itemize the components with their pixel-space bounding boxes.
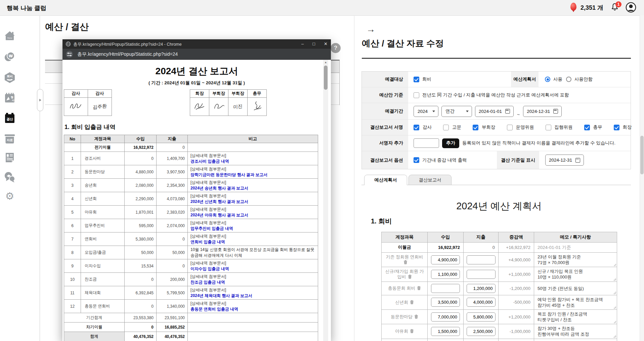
page-scrollbar-thumb[interactable] bbox=[640, 136, 644, 174]
trash-icon[interactable] bbox=[414, 314, 418, 319]
income-input-5[interactable] bbox=[431, 312, 460, 322]
signer-name-input[interactable] bbox=[414, 138, 439, 148]
table-row: 12총동문 연회비01,340,000[상세내역 첨부문서]총동문 연회비 입출… bbox=[64, 300, 318, 313]
income-input-4[interactable] bbox=[431, 298, 460, 307]
tab-budget-plan[interactable]: 예산계획서 bbox=[364, 175, 407, 185]
resize-handle-icon[interactable] bbox=[613, 320, 616, 323]
sidebar-item-data-archive-icon[interactable]: 자료 bbox=[3, 132, 16, 145]
attachment-link[interactable]: 이자수입 입출금 내역 bbox=[190, 266, 229, 271]
memo-textarea[interactable]: 참가 30명 + 찬조등 진행여부에 따라 금액 조정 bbox=[534, 324, 617, 339]
date-from-input[interactable]: 2024-01-01 bbox=[475, 106, 514, 117]
attachment-link[interactable]: 2024년 신년회 행사 결과 보고서 bbox=[190, 199, 248, 204]
resize-handle-icon[interactable] bbox=[613, 278, 616, 281]
memo-textarea[interactable]: 예약 인원 참가비 + 목표 찬조금액 참가비 45명 + 찬조 bbox=[534, 295, 617, 309]
attachment-link[interactable]: 연회비 입출금 내역 bbox=[190, 239, 225, 245]
attachment-link[interactable]: 2024년 야유회 행사 결과 보고서 bbox=[190, 212, 248, 218]
calendar-icon bbox=[575, 158, 580, 163]
sign-option-checkbox-4[interactable] bbox=[546, 125, 551, 130]
memo-textarea[interactable]: 23년 이월 정회원 기준 71명 × 70,000원 bbox=[534, 253, 617, 267]
memo-textarea[interactable]: 목표 참가 인원 / 찬조금액 티켓구입비 / 찬조 bbox=[534, 309, 617, 324]
popup-url[interactable]: 총무.kr/agency/Html/Popup/Statistic.php?si… bbox=[77, 51, 178, 57]
memo-textarea[interactable] bbox=[534, 339, 617, 341]
expense-input-2[interactable] bbox=[467, 270, 496, 279]
trash-icon[interactable] bbox=[408, 274, 412, 279]
attachment-link[interactable]: 업무추진비 입출금 내역 bbox=[190, 226, 233, 231]
target-checkbox[interactable] bbox=[414, 77, 419, 82]
help-button[interactable]: ? bbox=[331, 43, 341, 53]
sidebar-item-home-icon[interactable]: Home bbox=[3, 30, 16, 42]
year-select[interactable]: 2024 bbox=[414, 106, 438, 117]
resize-handle-icon[interactable] bbox=[613, 263, 616, 266]
memo-textarea[interactable]: 신규 / 재가입 목표 인원 10명 × 110,000원 bbox=[534, 267, 617, 282]
income-input-3[interactable] bbox=[431, 284, 460, 293]
cycle-select[interactable]: 연간 bbox=[441, 106, 472, 117]
plan-use-radio[interactable] bbox=[545, 77, 550, 82]
popup-scrollbar-thumb[interactable] bbox=[324, 66, 328, 90]
resize-handle-icon[interactable] bbox=[613, 306, 616, 309]
sign-option-checkbox-5[interactable] bbox=[584, 125, 590, 130]
attachment-link[interactable]: 경조사비 입출금 내역 bbox=[190, 159, 229, 164]
collapse-panel-arrow[interactable]: → bbox=[366, 25, 375, 34]
scroll-up-arrow-icon[interactable]: ▲ bbox=[323, 60, 328, 65]
resize-handle-icon[interactable] bbox=[613, 291, 616, 294]
member-count: 2,351 개 bbox=[581, 4, 603, 12]
trash-icon[interactable] bbox=[410, 329, 414, 333]
attachment-link[interactable]: 장학기금마련 동문한마당 행사 결과 보고서 bbox=[190, 172, 267, 177]
attachment-tag: [상세내역 첨부문서] bbox=[190, 166, 315, 172]
close-button[interactable]: ✕ bbox=[324, 39, 328, 49]
sidebar-item-settings-icon[interactable]: ⚙ bbox=[3, 189, 16, 202]
attachment-link[interactable]: 2024년 송년회 행사 결과 보고서 bbox=[190, 185, 248, 191]
page-scrollbar[interactable] bbox=[640, 15, 644, 341]
attachment-tag: [상세내역 첨부문서] bbox=[190, 233, 315, 239]
maximize-button[interactable]: □ bbox=[312, 39, 315, 49]
sign-label: 결산보고서 서명 bbox=[362, 120, 408, 135]
table-row: 기존 정회원 연회비+4,900,00023년 이월 정회원 기준 71명 × … bbox=[382, 253, 617, 267]
sign-option-checkbox-2[interactable] bbox=[473, 125, 478, 130]
income-input-2[interactable] bbox=[431, 270, 460, 279]
basis-option-label: 전년도 同 기간 수입 / 지출 내역을 예산안 작성 근거로 예산계획서에 포… bbox=[422, 92, 569, 98]
basis-checkbox[interactable] bbox=[414, 92, 419, 98]
sign-option-checkbox-3[interactable] bbox=[507, 125, 513, 130]
popup-titlebar[interactable]: 총무.kr/agency/Html/Popup/Statistic.php?si… bbox=[62, 39, 331, 49]
bell-icon[interactable]: 1 bbox=[610, 2, 621, 13]
tab-settlement-report[interactable]: 결산보고서 bbox=[409, 175, 452, 185]
sign-option-checkbox-0[interactable] bbox=[414, 125, 419, 130]
trash-icon[interactable] bbox=[417, 286, 421, 290]
income-input-1[interactable] bbox=[431, 255, 460, 264]
base-date-input[interactable]: 2024-12-31 bbox=[545, 155, 584, 166]
site-settings-icon[interactable] bbox=[66, 51, 73, 58]
signature-cell: 미진 bbox=[228, 98, 248, 116]
expense-input-4[interactable] bbox=[467, 298, 496, 307]
sign-option-checkbox-6[interactable] bbox=[614, 125, 619, 130]
sign-option-checkbox-1[interactable] bbox=[443, 125, 449, 130]
date-to-input[interactable]: 2024-12-31 bbox=[523, 106, 562, 117]
trash-icon[interactable] bbox=[403, 260, 407, 264]
period-diff-checkbox[interactable] bbox=[414, 157, 419, 163]
sidebar-item-events-icon[interactable]: 행사 bbox=[3, 91, 16, 104]
table-row: 신규/재가입 회원 가입비+1,100,000신규 / 재가입 목표 인원 10… bbox=[382, 267, 617, 282]
income-input-6[interactable] bbox=[431, 327, 460, 336]
minimize-button[interactable]: – bbox=[301, 39, 304, 49]
sidebar-collapse-handle[interactable] bbox=[37, 89, 43, 111]
resize-handle-icon[interactable] bbox=[613, 335, 616, 338]
expense-input-3[interactable] bbox=[467, 284, 496, 293]
expense-input-1[interactable] bbox=[467, 255, 496, 264]
memo-textarea[interactable]: 50명 기준 (전년도 동일) bbox=[534, 282, 617, 295]
attachment-link[interactable]: 2024년 체육대회 행사 결과 보고서 bbox=[190, 293, 252, 298]
expense-input-5[interactable] bbox=[467, 312, 496, 322]
attachment-link[interactable]: 총동문 연회비 입출금 내역 bbox=[190, 306, 238, 312]
add-signer-button[interactable]: 추가 bbox=[442, 138, 459, 148]
period-label: 예결기간 bbox=[362, 103, 408, 119]
popup-urlbar[interactable]: 총무.kr/agency/Html/Popup/Statistic.php?si… bbox=[62, 49, 331, 60]
popup-scrollbar[interactable]: ▲ bbox=[323, 60, 328, 341]
attachment-link[interactable]: 찬조금 입출금 내역 bbox=[190, 280, 225, 285]
sidebar-item-settlement-icon[interactable]: 결산 bbox=[3, 112, 16, 124]
sidebar-item-member-docs-icon[interactable] bbox=[3, 151, 16, 164]
sidebar-item-won-coin-icon[interactable]: ₩ bbox=[3, 50, 16, 63]
plan-nouse-radio[interactable] bbox=[566, 77, 571, 82]
sidebar-item-announcements-icon[interactable] bbox=[3, 171, 16, 183]
trash-icon[interactable] bbox=[410, 300, 414, 304]
expense-input-6[interactable] bbox=[467, 327, 496, 336]
sidebar-item-membership-fee-icon[interactable]: 회비 bbox=[3, 71, 16, 84]
avatar[interactable] bbox=[626, 2, 636, 13]
